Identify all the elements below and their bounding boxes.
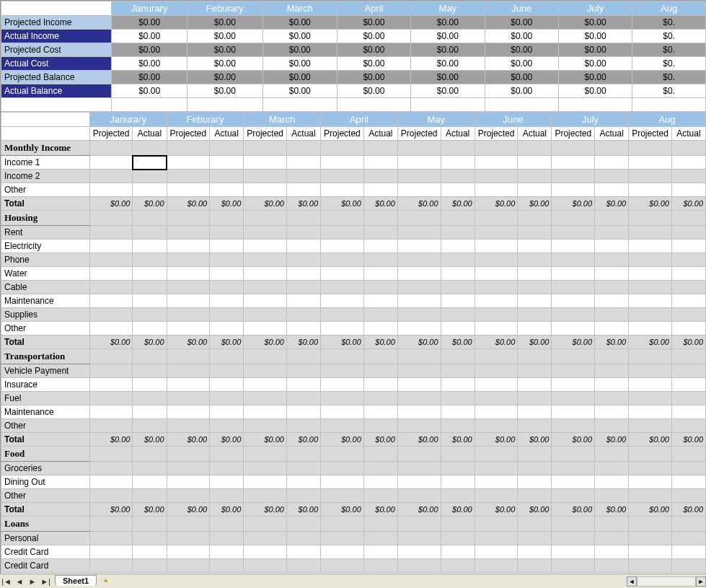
data-cell[interactable] — [671, 253, 705, 267]
data-cell[interactable] — [441, 240, 475, 253]
total-cell[interactable]: $0.00 — [595, 433, 629, 447]
total-cell[interactable]: $0.00 — [397, 433, 441, 447]
data-cell[interactable] — [167, 545, 210, 559]
data-cell[interactable] — [671, 294, 705, 308]
total-cell[interactable]: $0.00 — [397, 197, 441, 211]
total-cell[interactable]: $0.00 — [441, 197, 475, 211]
data-cell[interactable] — [552, 240, 595, 253]
total-cell[interactable]: $0.00 — [441, 433, 475, 447]
data-cell[interactable] — [321, 364, 364, 378]
data-cell[interactable] — [244, 294, 287, 308]
data-cell[interactable] — [167, 253, 210, 267]
data-cell[interactable] — [286, 378, 320, 392]
data-cell[interactable] — [397, 240, 441, 253]
data-cell[interactable] — [629, 240, 672, 253]
data-cell[interactable] — [595, 308, 629, 322]
section-header-cell[interactable] — [210, 211, 244, 226]
data-cell[interactable] — [441, 183, 475, 197]
total-cell[interactable]: $0.00 — [629, 335, 672, 349]
data-cell[interactable] — [397, 378, 441, 392]
data-cell[interactable] — [89, 559, 133, 573]
section-header-cell[interactable] — [671, 141, 705, 156]
total-cell[interactable]: $0.00 — [133, 335, 167, 349]
data-cell[interactable] — [321, 559, 364, 573]
section-header-cell[interactable] — [133, 211, 167, 226]
section-header-cell[interactable] — [552, 141, 595, 156]
data-cell[interactable] — [286, 170, 320, 183]
data-cell[interactable] — [321, 308, 364, 322]
data-cell[interactable] — [629, 226, 672, 240]
section-header-cell[interactable] — [210, 141, 244, 156]
data-cell[interactable] — [552, 322, 595, 335]
data-cell[interactable] — [363, 156, 397, 170]
data-cell[interactable] — [397, 226, 441, 240]
section-header-cell[interactable] — [244, 141, 287, 156]
data-cell[interactable] — [552, 405, 595, 419]
data-cell[interactable] — [363, 253, 397, 267]
data-cell[interactable] — [629, 419, 672, 433]
data-cell[interactable] — [518, 308, 552, 322]
summary-cell[interactable]: $0.00 — [558, 16, 632, 30]
section-header-cell[interactable] — [244, 517, 287, 532]
section-header-cell[interactable] — [133, 141, 167, 156]
data-cell[interactable] — [475, 378, 518, 392]
data-cell[interactable] — [397, 559, 441, 573]
total-cell[interactable]: $0.00 — [89, 433, 133, 447]
data-cell[interactable] — [210, 475, 244, 489]
line-item-label[interactable]: Groceries — [1, 462, 90, 475]
data-cell[interactable] — [475, 281, 518, 294]
line-item-label[interactable]: Dining Out — [1, 475, 90, 489]
data-cell[interactable] — [244, 240, 287, 253]
line-item-label[interactable]: Phone — [1, 253, 90, 267]
section-header-cell[interactable] — [629, 349, 672, 364]
data-cell[interactable] — [321, 419, 364, 433]
data-cell[interactable] — [397, 253, 441, 267]
data-cell[interactable] — [441, 378, 475, 392]
data-cell[interactable] — [167, 183, 210, 197]
summary-cell[interactable]: $0.00 — [262, 84, 337, 98]
data-cell[interactable] — [441, 170, 475, 183]
data-cell[interactable] — [167, 364, 210, 378]
summary-cell[interactable]: $0. — [632, 30, 706, 43]
summary-cell[interactable]: $0.00 — [411, 43, 485, 57]
data-cell[interactable] — [629, 322, 672, 335]
summary-cell[interactable]: $0.00 — [187, 30, 262, 43]
summary-cell[interactable]: $0. — [632, 57, 706, 71]
data-cell[interactable] — [397, 281, 441, 294]
total-cell[interactable]: $0.00 — [397, 335, 441, 349]
summary-cell[interactable]: $0.00 — [485, 84, 558, 98]
section-header-cell[interactable] — [89, 447, 133, 462]
section-header-cell[interactable] — [475, 211, 518, 226]
data-cell[interactable] — [552, 156, 595, 170]
data-cell[interactable] — [441, 156, 475, 170]
summary-cell[interactable]: $0.00 — [262, 30, 337, 43]
data-cell[interactable] — [595, 226, 629, 240]
data-cell[interactable] — [518, 183, 552, 197]
section-header-cell[interactable] — [629, 447, 672, 462]
data-cell[interactable] — [518, 281, 552, 294]
data-cell[interactable] — [518, 226, 552, 240]
data-cell[interactable] — [133, 462, 167, 475]
data-cell[interactable] — [89, 462, 133, 475]
data-cell[interactable] — [671, 183, 705, 197]
blank-cell[interactable] — [112, 98, 187, 112]
data-cell[interactable] — [475, 392, 518, 405]
section-header-cell[interactable] — [321, 349, 364, 364]
total-cell[interactable]: $0.00 — [518, 197, 552, 211]
line-item-label[interactable]: Personal — [1, 532, 90, 545]
data-cell[interactable] — [244, 253, 287, 267]
data-cell[interactable] — [518, 170, 552, 183]
data-cell[interactable] — [210, 392, 244, 405]
data-cell[interactable] — [671, 267, 705, 281]
data-cell[interactable] — [363, 489, 397, 503]
section-header-cell[interactable] — [518, 141, 552, 156]
section-header-cell[interactable] — [210, 349, 244, 364]
data-cell[interactable] — [210, 364, 244, 378]
summary-cell[interactable]: $0.00 — [411, 16, 485, 30]
data-cell[interactable] — [89, 532, 133, 545]
section-header-cell[interactable] — [629, 517, 672, 532]
data-cell[interactable] — [595, 322, 629, 335]
data-cell[interactable] — [397, 156, 441, 170]
summary-cell[interactable]: $0.00 — [558, 84, 632, 98]
data-cell[interactable] — [629, 462, 672, 475]
